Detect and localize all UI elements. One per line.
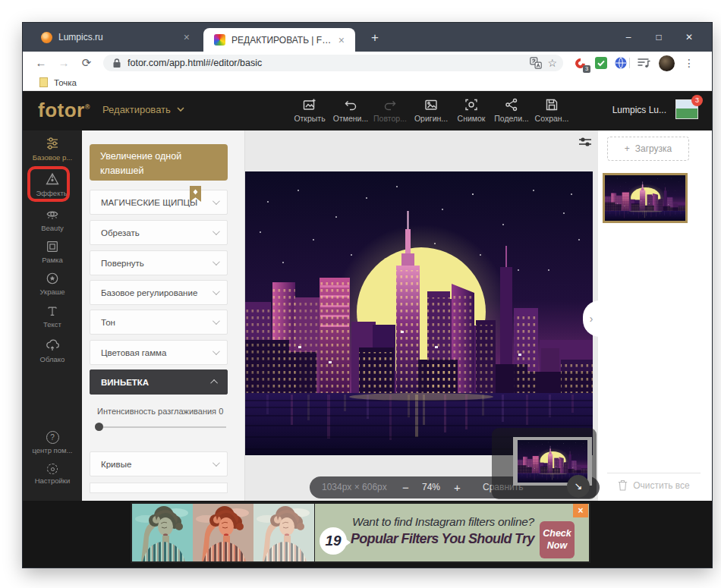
open-button[interactable]: Открыть — [289, 97, 330, 123]
lumpics-favicon — [41, 32, 52, 43]
extension-red-icon[interactable]: 3 — [571, 54, 589, 72]
bookmark-star-icon[interactable]: ☆ — [547, 57, 557, 69]
panel-toggle-icon[interactable] — [578, 137, 592, 147]
tab-label: РЕДАКТИРОВАТЬ | Fotor — [231, 35, 335, 46]
clear-all-button[interactable]: Очистить все — [607, 480, 701, 491]
ad-headline: Want to find Instagram filters online? — [352, 515, 537, 529]
ad-photo-filter-2 — [193, 504, 253, 561]
browser-toolbar: ← → ⟳ fotor.com/app.html#/editor/basic ☆… — [23, 52, 712, 74]
bookmarks-bar: Точка — [23, 74, 712, 91]
fotor-logo[interactable]: fotor® — [38, 99, 90, 122]
reload-button[interactable]: ⟳ — [77, 54, 96, 72]
sidebar-item-frame[interactable]: Рамка — [23, 240, 82, 264]
section-rotate[interactable]: Повернуть — [90, 250, 228, 275]
section-vignette[interactable]: ВИНЬЕТКА — [90, 369, 228, 395]
extension-badge: 3 — [583, 65, 590, 73]
sidebar-item-cloud[interactable]: Облако — [23, 338, 82, 363]
sidebar-item-settings[interactable]: Настройки — [23, 464, 82, 485]
one-key-enhance-button[interactable]: Увеличение одной клавишей — [90, 144, 228, 181]
back-button[interactable]: ← — [32, 54, 50, 72]
text-icon — [46, 304, 59, 318]
vignette-slider-knob[interactable] — [95, 423, 103, 431]
editor-body: Базовое р... Эффекты Beauty Рамка У — [23, 130, 712, 501]
reading-list-icon[interactable] — [634, 54, 653, 72]
tab-fotor-editor[interactable]: РЕДАКТИРОВАТЬ | Fotor × — [203, 28, 355, 52]
vignette-slider-value: 0 — [219, 407, 223, 416]
help-icon: ? — [46, 431, 59, 444]
save-button[interactable]: Сохран... — [531, 97, 572, 123]
upload-button[interactable]: + Загрузка — [607, 137, 689, 161]
window-close-button[interactable]: ✕ — [674, 23, 704, 52]
sidebar-item-text[interactable]: Текст — [23, 304, 82, 329]
section-color[interactable]: Цветовая гамма — [90, 340, 228, 365]
ad-subheadline: Popular Filters You Should Try — [351, 531, 537, 547]
edited-photo[interactable] — [245, 171, 593, 455]
section-crop[interactable]: Обрезать — [90, 220, 228, 245]
section-tone[interactable]: Тон — [90, 310, 228, 335]
ad-banner[interactable]: 19 Want to find Instagram filters online… — [131, 502, 590, 563]
section-partial[interactable] — [90, 483, 228, 493]
section-magic-clippers[interactable]: МАГИЧЕСКИЕ ЩИПЦЫ — [90, 190, 228, 215]
avatar — [659, 55, 675, 71]
extension-globe-icon[interactable] — [612, 54, 630, 72]
left-sidebar: Базовое р... Эффекты Beauty Рамка У — [23, 130, 82, 501]
ad-photo-filter-3 — [253, 504, 314, 561]
redo-icon — [383, 97, 398, 112]
account-avatar[interactable]: 3 — [675, 99, 698, 119]
section-curves[interactable]: Кривые — [90, 451, 228, 476]
zoom-out-button[interactable]: − — [402, 476, 409, 498]
tools-panel: Увеличение одной клавишей МАГИЧЕСКИЕ ЩИП… — [82, 130, 245, 501]
cloud-upload-icon — [45, 338, 60, 353]
vignette-slider-label: Интенсивность разглаживания 0 — [97, 407, 228, 416]
bookmark-folder-icon — [39, 77, 48, 87]
trash-icon — [618, 480, 628, 491]
window-maximize-button[interactable]: □ — [644, 23, 674, 52]
sidebar-item-basic[interactable]: Базовое р... — [23, 136, 82, 162]
ad-strip: 19 Want to find Instagram filters online… — [23, 501, 712, 568]
share-button[interactable]: Подели... — [491, 97, 532, 123]
ad-photo-filter-1 — [132, 504, 193, 561]
bookmark-item[interactable]: Точка — [54, 78, 77, 87]
star-circle-icon — [46, 272, 59, 285]
section-basic-adjust[interactable]: Базовое регулирование — [90, 280, 228, 305]
image-dimensions: 1034px × 606px — [322, 476, 387, 498]
edit-menu[interactable]: Редактировать — [102, 104, 184, 115]
redo-button[interactable]: Повтор... — [370, 97, 411, 123]
zoom-in-button[interactable]: + — [454, 476, 461, 498]
original-button[interactable]: Оригин... — [411, 97, 452, 123]
chevron-down-icon — [213, 288, 220, 295]
plus-icon: + — [625, 143, 630, 154]
notification-badge: 3 — [691, 95, 703, 106]
ad-close-button[interactable]: × — [573, 504, 588, 517]
browser-menu-icon[interactable]: ⋮ — [680, 54, 698, 72]
profile-avatar[interactable] — [657, 54, 675, 72]
tab-lumpics[interactable]: Lumpics.ru × — [29, 23, 200, 52]
forward-button[interactable]: → — [55, 54, 73, 72]
desktop-background: Lumpics.ru × РЕДАКТИРОВАТЬ | Fotor × + –… — [0, 0, 721, 588]
uploaded-image-thumbnail[interactable] — [603, 173, 688, 223]
eye-icon — [45, 208, 60, 222]
expand-navigator-button[interactable]: ↘ — [567, 475, 590, 498]
snapshot-button[interactable]: Снимок — [451, 97, 492, 123]
chevron-down-icon — [213, 197, 220, 205]
close-tab-icon[interactable]: × — [335, 33, 348, 47]
sidebar-item-stickers[interactable]: Украше — [23, 272, 82, 296]
account-name[interactable]: Lumpics Lu... — [612, 105, 666, 115]
new-tab-button[interactable]: + — [366, 29, 384, 47]
sidebar-item-beauty[interactable]: Beauty — [23, 208, 82, 232]
sidebar-item-help-center[interactable]: ? центр пом... — [23, 431, 82, 454]
vignette-slider-track[interactable] — [97, 426, 226, 428]
chevron-down-icon — [213, 459, 220, 467]
chevron-down-icon — [213, 228, 220, 235]
undo-icon — [343, 97, 358, 112]
translate-icon[interactable] — [529, 56, 543, 70]
window-minimize-button[interactable]: – — [613, 23, 644, 52]
ad-number-bubble: 19 — [320, 527, 347, 555]
address-bar[interactable]: fotor.com/app.html#/editor/basic ☆ — [103, 55, 563, 71]
extension-check-icon[interactable] — [592, 54, 610, 72]
gear-icon — [47, 464, 58, 474]
toolbar-separator — [629, 58, 630, 68]
ad-cta-button[interactable]: Check Now — [540, 521, 575, 558]
undo-button[interactable]: Отмени... — [330, 97, 371, 123]
close-tab-icon[interactable]: × — [181, 30, 193, 44]
